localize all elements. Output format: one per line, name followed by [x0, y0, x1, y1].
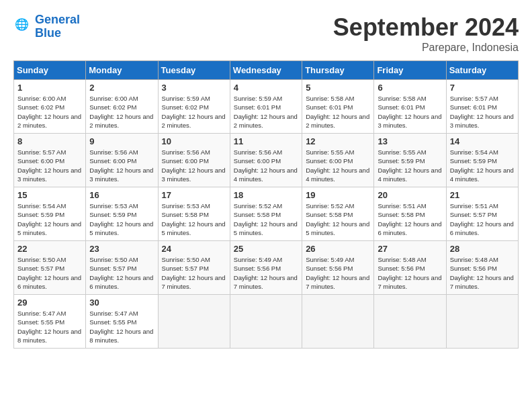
calendar-day-cell: 10 Sunrise: 5:56 AM Sunset: 6:00 PM Dayl…: [158, 134, 230, 187]
header-sunday: Sunday: [14, 61, 86, 80]
logo-icon: 🌐: [15, 15, 35, 36]
day-number: 13: [378, 136, 442, 146]
logo-blue: Blue: [35, 27, 80, 40]
daylight: Daylight: 12 hours and 6 minutes.: [378, 220, 442, 238]
day-info: Sunrise: 5:51 AM Sunset: 5:58 PM Dayligh…: [378, 201, 442, 237]
day-info: Sunrise: 5:50 AM Sunset: 5:57 PM Dayligh…: [89, 255, 154, 291]
day-number: 6: [378, 83, 442, 93]
day-info: Sunrise: 5:54 AM Sunset: 5:59 PM Dayligh…: [450, 148, 515, 183]
sunrise: Sunrise: 5:53 AM: [89, 201, 154, 210]
calendar-day-cell: [446, 295, 518, 349]
sunrise: Sunrise: 5:56 AM: [234, 148, 298, 156]
svg-text:🌐: 🌐: [15, 17, 29, 32]
calendar-week-row: 15 Sunrise: 5:54 AM Sunset: 5:59 PM Dayl…: [14, 187, 519, 241]
day-number: 29: [17, 298, 82, 308]
sunrise: Sunrise: 5:58 AM: [378, 94, 442, 103]
daylight: Daylight: 12 hours and 3 minutes.: [162, 166, 226, 184]
day-info: Sunrise: 5:48 AM Sunset: 5:56 PM Dayligh…: [378, 255, 442, 291]
header-wednesday: Wednesday: [230, 61, 302, 80]
calendar-week-row: 29 Sunrise: 5:47 AM Sunset: 5:55 PM Dayl…: [14, 295, 519, 349]
sunrise: Sunrise: 5:55 AM: [306, 148, 370, 156]
sunrise: Sunrise: 5:50 AM: [17, 255, 82, 264]
daylight: Daylight: 12 hours and 5 minutes.: [89, 220, 154, 238]
day-info: Sunrise: 6:00 AM Sunset: 6:02 PM Dayligh…: [17, 94, 82, 130]
calendar-header-row: SundayMondayTuesdayWednesdayThursdayFrid…: [14, 61, 519, 80]
calendar-day-cell: 12 Sunrise: 5:55 AM Sunset: 6:00 PM Dayl…: [302, 134, 374, 187]
day-number: 4: [234, 83, 298, 93]
day-info: Sunrise: 5:49 AM Sunset: 5:56 PM Dayligh…: [306, 255, 370, 291]
logo-text: General Blue: [35, 13, 80, 40]
day-number: 9: [89, 136, 154, 146]
daylight: Daylight: 12 hours and 6 minutes.: [450, 220, 515, 238]
sunset: Sunset: 6:01 PM: [306, 103, 370, 111]
day-info: Sunrise: 5:47 AM Sunset: 5:55 PM Dayligh…: [89, 309, 154, 345]
calendar-day-cell: 7 Sunrise: 5:57 AM Sunset: 6:01 PM Dayli…: [446, 80, 518, 134]
day-info: Sunrise: 5:56 AM Sunset: 6:00 PM Dayligh…: [89, 148, 154, 183]
sunrise: Sunrise: 5:59 AM: [162, 94, 226, 103]
daylight: Daylight: 12 hours and 5 minutes.: [162, 220, 226, 238]
day-info: Sunrise: 5:47 AM Sunset: 5:55 PM Dayligh…: [17, 309, 82, 345]
day-number: 5: [306, 83, 370, 93]
calendar-day-cell: 29 Sunrise: 5:47 AM Sunset: 5:55 PM Dayl…: [14, 295, 86, 349]
calendar-day-cell: 15 Sunrise: 5:54 AM Sunset: 5:59 PM Dayl…: [14, 187, 86, 241]
sunrise: Sunrise: 5:59 AM: [234, 94, 298, 103]
daylight: Daylight: 12 hours and 4 minutes.: [450, 166, 515, 184]
day-number: 1: [17, 83, 82, 93]
sunrise: Sunrise: 6:00 AM: [17, 94, 82, 103]
sunset: Sunset: 6:00 PM: [234, 156, 298, 165]
daylight: Daylight: 12 hours and 7 minutes.: [306, 273, 370, 291]
sunset: Sunset: 6:01 PM: [234, 103, 298, 111]
daylight: Daylight: 12 hours and 5 minutes.: [234, 220, 298, 238]
day-number: 3: [162, 83, 226, 93]
calendar-day-cell: 23 Sunrise: 5:50 AM Sunset: 5:57 PM Dayl…: [86, 241, 158, 295]
daylight: Daylight: 12 hours and 3 minutes.: [378, 112, 442, 130]
calendar-day-cell: 9 Sunrise: 5:56 AM Sunset: 6:00 PM Dayli…: [86, 134, 158, 187]
day-info: Sunrise: 5:52 AM Sunset: 5:58 PM Dayligh…: [306, 201, 370, 237]
sunrise: Sunrise: 5:47 AM: [17, 309, 82, 318]
sunset: Sunset: 5:59 PM: [450, 156, 515, 165]
logo: 🌐 General Blue: [13, 13, 80, 40]
sunrise: Sunrise: 5:56 AM: [162, 148, 226, 156]
calendar-day-cell: 24 Sunrise: 5:50 AM Sunset: 5:57 PM Dayl…: [158, 241, 230, 295]
daylight: Daylight: 12 hours and 2 minutes.: [162, 112, 226, 130]
sunset: Sunset: 5:57 PM: [17, 264, 82, 273]
day-info: Sunrise: 5:50 AM Sunset: 5:57 PM Dayligh…: [17, 255, 82, 291]
day-info: Sunrise: 5:48 AM Sunset: 5:56 PM Dayligh…: [450, 255, 515, 291]
sunset: Sunset: 6:01 PM: [378, 103, 442, 111]
sunset: Sunset: 5:58 PM: [306, 210, 370, 219]
location-subtitle: Parepare, Indonesia: [333, 42, 519, 54]
sunrise: Sunrise: 5:51 AM: [378, 201, 442, 210]
calendar-day-cell: 14 Sunrise: 5:54 AM Sunset: 5:59 PM Dayl…: [446, 134, 518, 187]
calendar-day-cell: 5 Sunrise: 5:58 AM Sunset: 6:01 PM Dayli…: [302, 80, 374, 134]
sunrise: Sunrise: 5:50 AM: [89, 255, 154, 264]
header-monday: Monday: [86, 61, 158, 80]
daylight: Daylight: 12 hours and 4 minutes.: [234, 166, 298, 184]
day-number: 16: [89, 190, 154, 200]
sunrise: Sunrise: 5:51 AM: [450, 201, 515, 210]
day-number: 18: [234, 190, 298, 200]
daylight: Daylight: 12 hours and 8 minutes.: [17, 327, 82, 345]
day-info: Sunrise: 5:53 AM Sunset: 5:58 PM Dayligh…: [162, 201, 226, 237]
calendar-week-row: 1 Sunrise: 6:00 AM Sunset: 6:02 PM Dayli…: [14, 80, 519, 134]
daylight: Daylight: 12 hours and 2 minutes.: [17, 112, 82, 130]
sunset: Sunset: 6:02 PM: [17, 103, 82, 111]
day-info: Sunrise: 5:55 AM Sunset: 6:00 PM Dayligh…: [306, 148, 370, 183]
logo-general: General: [35, 13, 80, 26]
title-section: September 2024 Parepare, Indonesia: [333, 13, 519, 54]
sunset: Sunset: 6:00 PM: [162, 156, 226, 165]
calendar-day-cell: 1 Sunrise: 6:00 AM Sunset: 6:02 PM Dayli…: [14, 80, 86, 134]
day-number: 26: [306, 244, 370, 254]
calendar-day-cell: 20 Sunrise: 5:51 AM Sunset: 5:58 PM Dayl…: [374, 187, 446, 241]
calendar-week-row: 8 Sunrise: 5:57 AM Sunset: 6:00 PM Dayli…: [14, 134, 519, 187]
day-info: Sunrise: 5:55 AM Sunset: 5:59 PM Dayligh…: [378, 148, 442, 183]
sunrise: Sunrise: 5:52 AM: [306, 201, 370, 210]
sunrise: Sunrise: 5:57 AM: [17, 148, 82, 156]
sunrise: Sunrise: 5:57 AM: [450, 94, 515, 103]
sunrise: Sunrise: 5:54 AM: [450, 148, 515, 156]
daylight: Daylight: 12 hours and 3 minutes.: [17, 166, 82, 184]
day-info: Sunrise: 5:53 AM Sunset: 5:59 PM Dayligh…: [89, 201, 154, 237]
daylight: Daylight: 12 hours and 2 minutes.: [306, 112, 370, 130]
sunset: Sunset: 5:58 PM: [378, 210, 442, 219]
day-info: Sunrise: 5:56 AM Sunset: 6:00 PM Dayligh…: [234, 148, 298, 183]
daylight: Daylight: 12 hours and 4 minutes.: [306, 166, 370, 184]
